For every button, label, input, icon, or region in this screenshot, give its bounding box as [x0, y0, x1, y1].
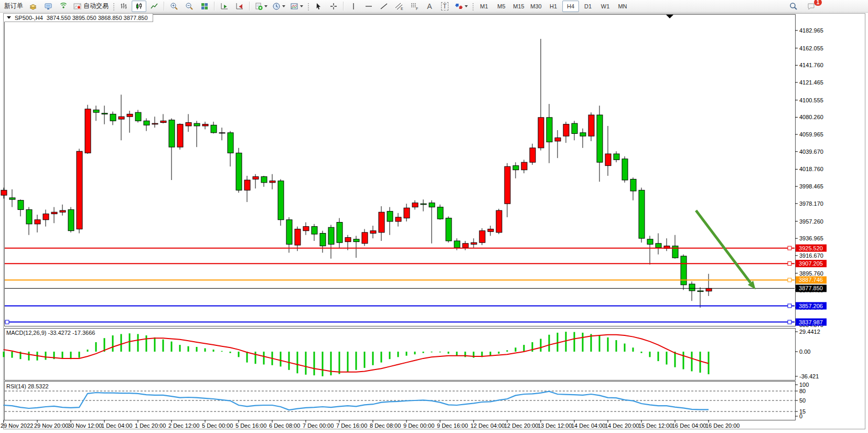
- timeframe-d1-button[interactable]: D1: [580, 1, 596, 12]
- symbol-dropdown-icon[interactable]: [7, 16, 11, 19]
- svg-text:100: 100: [799, 382, 809, 388]
- bar-chart-button[interactable]: [116, 1, 131, 12]
- zoom-out-button[interactable]: [182, 1, 197, 12]
- notifications-button[interactable]: 1: [804, 1, 819, 12]
- toolbar-grip[interactable]: [307, 2, 309, 10]
- svg-text:14 Dec 04:00: 14 Dec 04:00: [571, 423, 605, 429]
- trendline-tool-button[interactable]: [377, 1, 391, 12]
- svg-text:4121.465: 4121.465: [799, 79, 823, 86]
- channel-tool-button[interactable]: E: [392, 1, 406, 12]
- svg-text:E: E: [401, 7, 403, 10]
- timeframe-h1-button[interactable]: H1: [545, 1, 562, 12]
- svg-text:50: 50: [799, 397, 806, 404]
- main-toolbar: 新订单: [0, 0, 868, 13]
- arrows-icon: [455, 2, 463, 10]
- equidistant-channel-icon: E: [395, 2, 403, 10]
- price-chart[interactable]: 4182.9654162.0554141.7604121.4654100.555…: [0, 13, 868, 433]
- notification-badge: 1: [814, 0, 822, 6]
- svg-text:3957.260: 3957.260: [799, 218, 823, 225]
- timeframe-h4-button[interactable]: H4: [562, 1, 579, 12]
- arrows-tool-button[interactable]: [453, 1, 470, 12]
- svg-text:3907.205: 3907.205: [799, 260, 823, 267]
- horizontal-line-tool-button[interactable]: [361, 1, 376, 12]
- gold-ingot-icon: [29, 2, 37, 10]
- svg-text:4141.760: 4141.760: [799, 62, 823, 68]
- add-indicator-icon: [254, 2, 263, 10]
- signals-button[interactable]: [56, 1, 71, 12]
- svg-text:29.4412: 29.4412: [799, 329, 820, 335]
- autotrading-label: 自动交易: [83, 2, 109, 10]
- chart-ohlc-values: 3874.550 3895.050 3868.850 3877.850: [47, 15, 148, 21]
- zoom-in-button[interactable]: [167, 1, 181, 12]
- search-button[interactable]: [786, 1, 801, 12]
- label-tool-button[interactable]: T: [437, 1, 452, 12]
- candlestick-chart-button[interactable]: [132, 1, 146, 12]
- crosshair-icon: [329, 2, 338, 10]
- dropdown-caret-icon[interactable]: [264, 5, 267, 7]
- chart-symbol-period: SP500-,H4: [15, 15, 43, 21]
- auto-scroll-button[interactable]: [217, 1, 232, 12]
- svg-text:5 Dec 16:00: 5 Dec 16:00: [235, 423, 266, 429]
- svg-text:4039.670: 4039.670: [799, 149, 823, 155]
- line-chart-button[interactable]: [147, 1, 162, 12]
- macd-indicator-label: MACD(12,26,9) -33.4272 -17.3666: [6, 330, 95, 336]
- market-depth-gold-icon[interactable]: [26, 1, 40, 12]
- svg-text:6 Dec 08:00: 6 Dec 08:00: [269, 423, 300, 429]
- auto-scroll-icon: [220, 2, 229, 10]
- timeframe-w1-button[interactable]: W1: [597, 1, 614, 12]
- svg-text:2 Dec 12:00: 2 Dec 12:00: [168, 423, 199, 429]
- toolbar-separator: [164, 2, 165, 10]
- svg-text:3916.670: 3916.670: [799, 252, 823, 259]
- svg-text:12 Dec 04:00: 12 Dec 04:00: [470, 423, 505, 429]
- new-order-button[interactable]: 新订单: [2, 1, 25, 12]
- toolbar-separator: [214, 2, 215, 10]
- svg-text:12 Dec 20:00: 12 Dec 20:00: [504, 423, 538, 429]
- crosshair-tool-button[interactable]: [326, 1, 341, 12]
- timeframe-m1-button[interactable]: M1: [476, 1, 492, 12]
- tile-windows-icon: [200, 2, 209, 10]
- svg-text:4100.555: 4100.555: [799, 97, 823, 103]
- svg-text:1 Dec 04:00: 1 Dec 04:00: [101, 423, 132, 429]
- label-tool-icon: T: [441, 2, 448, 10]
- timeframe-m15-button[interactable]: M15: [510, 1, 527, 12]
- clock-icon: [272, 2, 281, 10]
- chart-title-tab[interactable]: SP500-,H4 3874.550 3895.050 3868.850 387…: [4, 14, 153, 22]
- vertical-line-tool-button[interactable]: [346, 1, 361, 12]
- svg-text:3978.170: 3978.170: [799, 200, 823, 207]
- svg-text:4059.965: 4059.965: [799, 131, 823, 138]
- svg-text:3925.520: 3925.520: [799, 245, 823, 251]
- mt4-application-window: 新订单: [0, 0, 868, 433]
- add-indicator-button[interactable]: [252, 1, 270, 12]
- chart-frame: [4, 14, 865, 429]
- candlestick-icon: [135, 2, 143, 10]
- text-tool-icon: A: [427, 2, 432, 10]
- dropdown-caret-icon[interactable]: [300, 5, 303, 7]
- chart-shift-button[interactable]: [232, 1, 247, 12]
- tile-windows-button[interactable]: [197, 1, 212, 12]
- dropdown-caret-icon[interactable]: [465, 5, 468, 7]
- text-tool-button[interactable]: A: [422, 1, 437, 12]
- svg-text:3877.850: 3877.850: [799, 285, 823, 291]
- fibonacci-tool-button[interactable]: F: [407, 1, 422, 12]
- toolbar-grip[interactable]: [471, 2, 474, 10]
- dropdown-caret-icon[interactable]: [282, 5, 285, 7]
- ohlc-bars-icon: [120, 2, 128, 10]
- cursor-tool-button[interactable]: [311, 1, 326, 12]
- toolbar-grip[interactable]: [112, 2, 115, 10]
- autotrading-button[interactable]: 自动交易: [71, 1, 111, 12]
- svg-text:3857.206: 3857.206: [799, 303, 823, 309]
- template-button[interactable]: [288, 1, 305, 12]
- rsi-indicator-label: RSI(14) 28.5322: [6, 383, 49, 389]
- svg-text:3837.987: 3837.987: [799, 319, 823, 325]
- terminal-icon: [44, 2, 52, 10]
- timeframe-mn-button[interactable]: MN: [614, 1, 631, 12]
- timeframe-m5-button[interactable]: M5: [493, 1, 510, 12]
- svg-text:3936.965: 3936.965: [799, 235, 823, 241]
- chart-shift-icon: [235, 2, 244, 10]
- svg-text:4162.055: 4162.055: [799, 45, 823, 51]
- period-button[interactable]: [270, 1, 287, 12]
- svg-text:13 Dec 12:00: 13 Dec 12:00: [538, 423, 572, 429]
- svg-text:0.00: 0.00: [799, 348, 810, 355]
- terminal-button[interactable]: [41, 1, 56, 12]
- timeframe-m30-button[interactable]: M30: [528, 1, 544, 12]
